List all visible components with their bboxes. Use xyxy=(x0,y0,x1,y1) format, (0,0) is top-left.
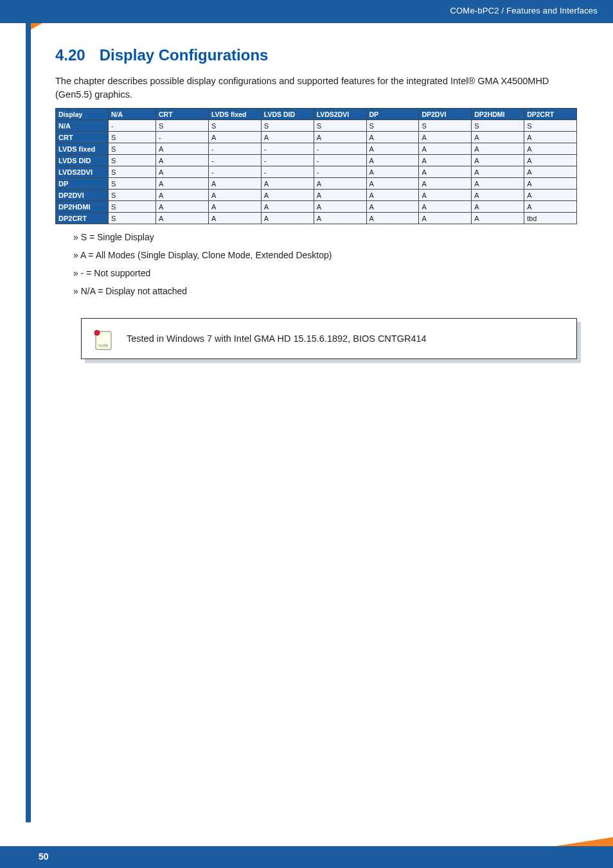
legend-na: » N/A = Display not attached xyxy=(73,286,577,296)
cell: A xyxy=(314,201,366,213)
cell: A xyxy=(366,132,419,143)
cell: A xyxy=(524,166,577,178)
cell: A xyxy=(472,201,524,213)
col-lvds-did: LVDS DID xyxy=(261,109,314,120)
cell: A xyxy=(524,143,577,155)
cell: A xyxy=(156,178,209,190)
accent-triangle xyxy=(31,23,42,30)
svg-text:note: note xyxy=(98,342,109,348)
cell: S xyxy=(109,166,156,178)
header-bar: COMe-bPC2 / Features and Interfaces xyxy=(0,0,613,23)
table-row: LVDS fixedSA---AAAA xyxy=(56,143,577,155)
cell: A xyxy=(419,201,472,213)
legend: » S = Single Display » A = All Modes (Si… xyxy=(55,232,577,296)
cell: - xyxy=(314,155,366,166)
col-dp2dvi: DP2DVI xyxy=(419,109,472,120)
svg-point-1 xyxy=(94,330,100,335)
cell: - xyxy=(208,155,261,166)
cell: S xyxy=(314,120,366,132)
cell: A xyxy=(208,201,261,213)
cell: A xyxy=(524,155,577,166)
cell: A xyxy=(366,190,419,201)
legend-dash: » - = Not supported xyxy=(73,268,577,278)
cell: A xyxy=(419,143,472,155)
table-row: DP2CRTSAAAAAAAtbd xyxy=(56,213,577,224)
table-header-row: Display N/A CRT LVDS fixed LVDS DID LVDS… xyxy=(56,109,577,120)
row-head: N/A xyxy=(56,120,109,132)
cell: A xyxy=(419,166,472,178)
cell: - xyxy=(208,166,261,178)
cell: A xyxy=(419,190,472,201)
cell: A xyxy=(524,132,577,143)
col-dp: DP xyxy=(366,109,419,120)
breadcrumb: COMe-bPC2 / Features and Interfaces xyxy=(450,6,598,15)
cell: S xyxy=(109,132,156,143)
cell: A xyxy=(419,132,472,143)
row-head: LVDS DID xyxy=(56,155,109,166)
cell: tbd xyxy=(524,213,577,224)
cell: A xyxy=(261,201,314,213)
cell: S xyxy=(109,190,156,201)
cell: A xyxy=(419,155,472,166)
section-title: Display Configurations xyxy=(100,46,269,64)
cell: S xyxy=(366,120,419,132)
cell: A xyxy=(472,213,524,224)
note-box: note Tested in Windows 7 with Intel GMA … xyxy=(81,318,577,359)
table-row: LVDS DIDSA---AAAA xyxy=(56,155,577,166)
col-display: Display xyxy=(56,109,109,120)
cell: - xyxy=(261,143,314,155)
cell: S xyxy=(524,120,577,132)
content: 4.20Display Configurations The chapter d… xyxy=(55,23,577,359)
footer-bar: 50 xyxy=(0,846,613,868)
cell: A xyxy=(419,178,472,190)
row-head: DP2CRT xyxy=(56,213,109,224)
col-dp2hdmi: DP2HDMI xyxy=(472,109,524,120)
cell: - xyxy=(261,155,314,166)
cell: S xyxy=(109,201,156,213)
table-row: DP2HDMISAAAAAAAA xyxy=(56,201,577,213)
cell: A xyxy=(156,166,209,178)
cell: A xyxy=(366,155,419,166)
cell: A xyxy=(472,178,524,190)
cell: S xyxy=(109,143,156,155)
table-row: LVDS2DVISA---AAAA xyxy=(56,166,577,178)
cell: A xyxy=(524,190,577,201)
cell: A xyxy=(472,190,524,201)
cell: S xyxy=(109,178,156,190)
page-number: 50 xyxy=(39,851,49,862)
cell: - xyxy=(109,120,156,132)
legend-s: » S = Single Display xyxy=(73,232,577,242)
cell: A xyxy=(314,132,366,143)
cell: S xyxy=(109,155,156,166)
row-head: DP xyxy=(56,178,109,190)
legend-a: » A = All Modes (Single Display, Clone M… xyxy=(73,250,577,260)
cell: A xyxy=(208,190,261,201)
cell: - xyxy=(208,143,261,155)
cell: A xyxy=(261,132,314,143)
cell: A xyxy=(156,190,209,201)
cell: - xyxy=(314,166,366,178)
row-head: LVDS2DVI xyxy=(56,166,109,178)
footer-accent xyxy=(555,837,613,846)
cell: A xyxy=(366,201,419,213)
cell: S xyxy=(208,120,261,132)
table-row: N/A-SSSSSSSS xyxy=(56,120,577,132)
cell: - xyxy=(314,143,366,155)
cell: A xyxy=(261,213,314,224)
cell: A xyxy=(419,213,472,224)
cell: A xyxy=(156,201,209,213)
cell: S xyxy=(472,120,524,132)
left-stripe xyxy=(26,0,31,822)
cell: A xyxy=(472,166,524,178)
cell: A xyxy=(314,190,366,201)
col-crt: CRT xyxy=(156,109,209,120)
section-heading: 4.20Display Configurations xyxy=(55,46,577,64)
cell: A xyxy=(314,178,366,190)
table-row: DP2DVISAAAAAAAA xyxy=(56,190,577,201)
table-row: DPSAAAAAAAA xyxy=(56,178,577,190)
cell: A xyxy=(208,178,261,190)
cell: A xyxy=(261,178,314,190)
cell: S xyxy=(419,120,472,132)
cell: S xyxy=(109,213,156,224)
display-config-table: Display N/A CRT LVDS fixed LVDS DID LVDS… xyxy=(55,108,577,224)
